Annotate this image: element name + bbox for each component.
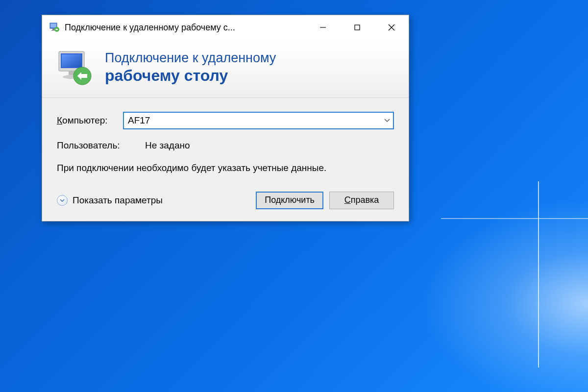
maximize-button[interactable] [340, 15, 374, 40]
titlebar[interactable]: Подключение к удаленному рабочему с... [42, 15, 409, 40]
computer-combo [123, 112, 394, 129]
dialog-body: Компьютер: Пользователь: Не задано При п… [42, 98, 409, 221]
minimize-button[interactable] [306, 15, 340, 40]
window-title: Подключение к удаленному рабочему с... [65, 23, 306, 33]
rdp-large-icon [56, 49, 94, 87]
svg-rect-2 [52, 28, 54, 30]
header-banner: Подключение к удаленному рабочему столу [42, 40, 409, 98]
computer-label: Компьютер: [57, 115, 123, 126]
desktop-light-effect [392, 181, 588, 392]
help-button[interactable]: Справка [329, 192, 394, 209]
header-title-line2: рабочему столу [105, 67, 276, 85]
header-title-line1: Подключение к удаленному [105, 50, 276, 66]
bottom-row: Показать параметры Подключить Справка [57, 192, 394, 209]
close-button[interactable] [374, 15, 409, 40]
app-icon [49, 22, 60, 33]
svg-rect-6 [355, 25, 360, 30]
desktop-light-line [538, 181, 539, 368]
user-label: Пользователь: [57, 140, 145, 151]
computer-field-row: Компьютер: [57, 112, 394, 129]
expand-down-icon [57, 195, 68, 206]
desktop-light-line2 [441, 218, 588, 219]
show-options-label: Показать параметры [73, 195, 163, 206]
rdp-dialog: Подключение к удаленному рабочему с... [42, 15, 409, 221]
svg-rect-1 [50, 24, 56, 27]
header-text: Подключение к удаленному рабочему столу [105, 50, 276, 85]
window-controls [306, 15, 409, 40]
button-group: Подключить Справка [256, 192, 394, 209]
credentials-hint: При подключении необходимо будет указать… [57, 162, 394, 174]
user-row: Пользователь: Не задано [57, 140, 394, 151]
svg-rect-11 [62, 54, 81, 67]
computer-input[interactable] [123, 112, 394, 129]
show-options-link[interactable]: Показать параметры [57, 195, 163, 206]
connect-button[interactable]: Подключить [256, 192, 323, 209]
user-value: Не задано [145, 140, 190, 151]
